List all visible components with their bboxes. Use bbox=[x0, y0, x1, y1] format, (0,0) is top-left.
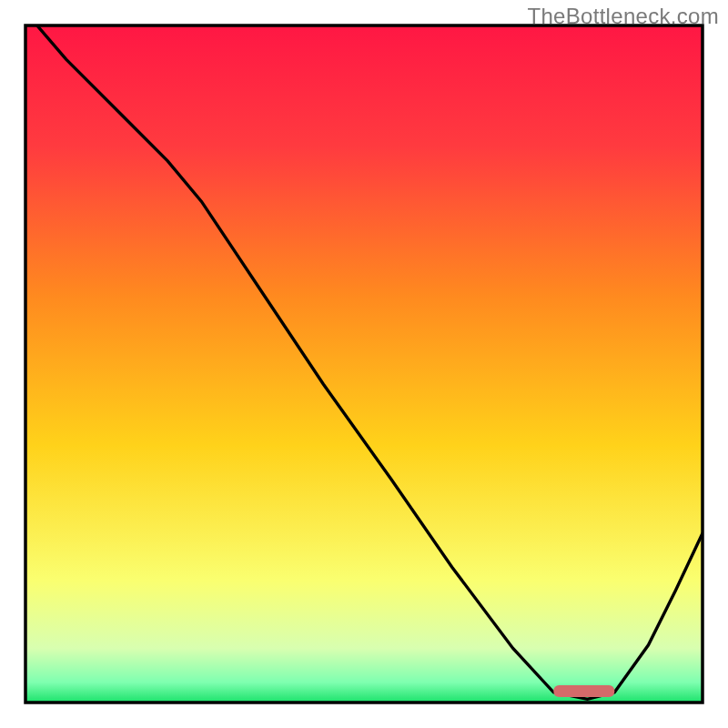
watermark-text: TheBottleneck.com bbox=[527, 4, 719, 29]
optimal-range-marker bbox=[553, 685, 614, 697]
bottleneck-chart bbox=[0, 0, 728, 728]
gradient-background bbox=[25, 25, 703, 703]
chart-container: TheBottleneck.com bbox=[0, 0, 728, 728]
